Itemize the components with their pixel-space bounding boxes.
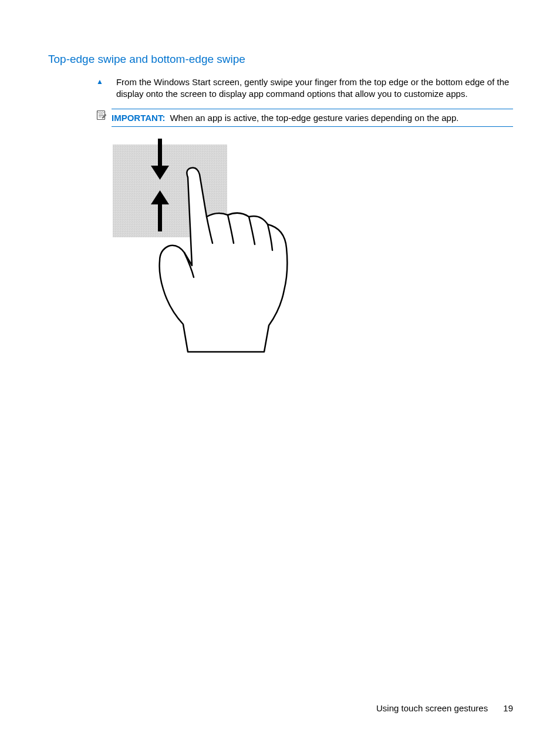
section-heading: Top-edge swipe and bottom-edge swipe xyxy=(48,53,513,66)
gesture-illustration xyxy=(113,137,513,357)
footer-page-number: 19 xyxy=(503,703,513,713)
note-pencil-icon xyxy=(96,110,107,120)
instruction-block: ▲ From the Windows Start screen, gently … xyxy=(96,76,513,100)
svg-rect-10 xyxy=(158,139,162,168)
note-label: IMPORTANT: xyxy=(112,113,165,123)
note-text: When an app is active, the top-edge gest… xyxy=(170,113,458,123)
svg-rect-13 xyxy=(158,202,162,231)
footer-section-title: Using touch screen gestures xyxy=(376,703,488,713)
important-note-block: IMPORTANT:When an app is active, the top… xyxy=(96,109,513,127)
page-footer: Using touch screen gestures 19 xyxy=(376,703,513,713)
instruction-text: From the Windows Start screen, gently sw… xyxy=(116,76,513,100)
triangle-bullet-icon: ▲ xyxy=(96,78,103,86)
